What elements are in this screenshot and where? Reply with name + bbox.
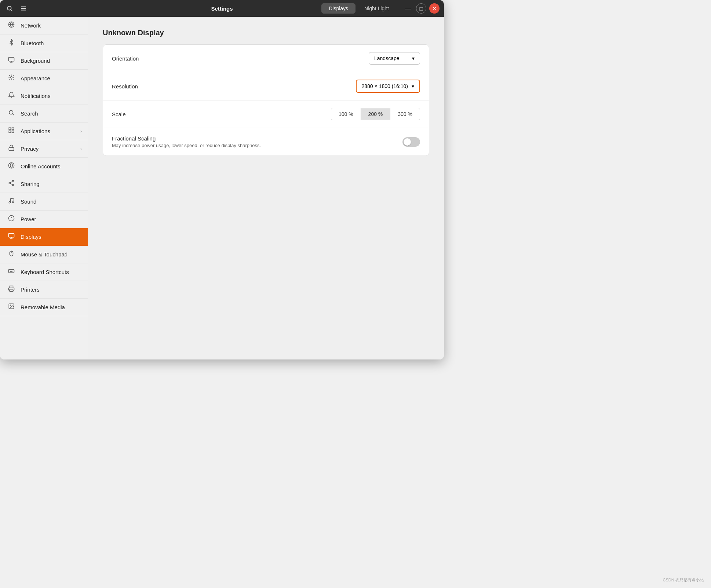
orientation-label: Orientation (112, 55, 139, 62)
orientation-value: Landscape (374, 55, 400, 61)
tab-displays[interactable]: Displays (321, 3, 356, 14)
sidebar-item-privacy[interactable]: Privacy › (0, 140, 88, 158)
sound-icon (7, 197, 15, 206)
power-icon (7, 215, 15, 223)
bluetooth-icon (7, 39, 15, 47)
fractional-scaling-text: Fractional Scaling May increase power us… (112, 135, 261, 148)
scale-100-button[interactable]: 100 % (331, 108, 361, 120)
svg-rect-16 (12, 131, 14, 133)
resolution-control: 2880 × 1800 (16:10) ▾ (356, 80, 420, 93)
sidebar-item-sound[interactable]: Sound (0, 193, 88, 211)
background-icon (7, 56, 15, 65)
removable-media-icon (7, 303, 15, 311)
svg-point-25 (12, 201, 14, 203)
svg-rect-14 (12, 128, 14, 129)
sidebar-item-appearance[interactable]: Appearance (0, 70, 88, 87)
svg-rect-33 (9, 270, 14, 273)
window-controls: — □ ✕ (403, 3, 440, 14)
appearance-icon (7, 74, 15, 83)
scale-200-button[interactable]: 200 % (361, 108, 391, 120)
maximize-button[interactable]: □ (416, 3, 426, 14)
sidebar-label-background: Background (21, 58, 50, 64)
sidebar-label-applications: Applications (21, 128, 50, 134)
minimize-button[interactable]: — (403, 3, 413, 14)
sidebar-label-appearance: Appearance (21, 75, 50, 81)
sharing-icon (7, 180, 15, 188)
svg-line-22 (10, 183, 12, 185)
sidebar-item-power[interactable]: Power (0, 211, 88, 228)
sidebar-item-printers[interactable]: Printers (0, 281, 88, 299)
sidebar-item-displays[interactable]: Displays (0, 228, 88, 246)
svg-point-24 (9, 201, 11, 203)
resolution-value: 2880 × 1800 (16:10) (362, 83, 408, 89)
fractional-scaling-toggle[interactable] (402, 137, 420, 147)
sidebar-label-removable-media: Removable Media (21, 304, 65, 310)
sidebar-item-removable-media[interactable]: Removable Media (0, 299, 88, 316)
svg-point-18 (9, 163, 14, 168)
svg-line-1 (11, 10, 12, 11)
svg-rect-17 (9, 147, 14, 150)
titlebar: Settings Displays Night Light — □ ✕ (0, 0, 444, 17)
resolution-chevron-icon: ▾ (412, 83, 414, 89)
displays-icon (7, 233, 15, 241)
svg-rect-39 (10, 289, 13, 292)
sidebar-label-search: Search (21, 110, 38, 117)
resolution-dropdown[interactable]: 2880 × 1800 (16:10) ▾ (356, 80, 420, 93)
svg-rect-28 (9, 233, 14, 237)
orientation-dropdown[interactable]: Landscape ▾ (369, 52, 420, 65)
sidebar-item-notifications[interactable]: Notifications (0, 87, 88, 105)
scale-row: Scale 100 % 200 % 300 % (103, 101, 429, 128)
orientation-row: Orientation Landscape ▾ (103, 45, 429, 72)
svg-point-20 (9, 182, 11, 184)
fractional-scaling-control (402, 137, 420, 147)
sidebar-item-keyboard-shortcuts[interactable]: Keyboard Shortcuts (0, 263, 88, 281)
sidebar-label-online-accounts: Online Accounts (21, 163, 60, 169)
scale-label: Scale (112, 111, 126, 117)
resolution-row: Resolution 2880 × 1800 (16:10) ▾ (103, 72, 429, 101)
sidebar-item-background[interactable]: Background (0, 52, 88, 70)
fractional-scaling-label: Fractional Scaling (112, 135, 261, 142)
svg-rect-13 (9, 128, 11, 129)
tab-night-light[interactable]: Night Light (357, 3, 396, 14)
orientation-chevron-icon: ▾ (412, 55, 415, 61)
sidebar-item-mouse-touchpad[interactable]: Mouse & Touchpad (0, 246, 88, 263)
sidebar-label-printers: Printers (21, 286, 40, 293)
sidebar-label-displays: Displays (21, 234, 41, 240)
sidebar-item-sharing[interactable]: Sharing (0, 175, 88, 193)
privacy-icon (7, 145, 15, 153)
sidebar-item-network[interactable]: Network (0, 17, 88, 34)
keyboard-icon (7, 268, 15, 276)
svg-rect-15 (9, 131, 11, 133)
sidebar-label-mouse-touchpad: Mouse & Touchpad (21, 251, 68, 258)
fractional-scaling-row: Fractional Scaling May increase power us… (103, 128, 429, 156)
sidebar-item-bluetooth[interactable]: Bluetooth (0, 34, 88, 52)
search-button[interactable] (3, 2, 16, 15)
chevron-applications-icon: › (80, 129, 82, 134)
settings-card: Orientation Landscape ▾ Resolution 2880 … (103, 44, 429, 156)
menu-button[interactable] (18, 3, 29, 14)
network-icon (7, 21, 15, 30)
titlebar-tabs: Displays Night Light (321, 3, 396, 14)
sidebar-label-privacy: Privacy (21, 146, 39, 152)
svg-point-19 (12, 180, 14, 182)
window-title: Settings (211, 6, 233, 12)
resolution-label: Resolution (112, 83, 138, 90)
mouse-icon (7, 250, 15, 259)
search-icon (7, 109, 15, 118)
sidebar: Network Bluetooth Background Appearance … (0, 17, 88, 359)
svg-line-12 (12, 114, 14, 115)
sidebar-item-applications[interactable]: Applications › (0, 123, 88, 140)
sidebar-item-online-accounts[interactable]: Online Accounts (0, 158, 88, 175)
close-button[interactable]: ✕ (429, 3, 440, 14)
printers-icon (7, 285, 15, 294)
scale-control: 100 % 200 % 300 % (331, 108, 420, 120)
display-title: Unknown Display (103, 29, 429, 37)
svg-point-41 (10, 305, 11, 306)
sidebar-label-notifications: Notifications (21, 93, 51, 99)
sidebar-item-search[interactable]: Search (0, 105, 88, 123)
svg-line-23 (10, 182, 12, 183)
sidebar-label-sharing: Sharing (21, 181, 40, 187)
scale-300-button[interactable]: 300 % (390, 108, 420, 120)
applications-icon (7, 127, 15, 135)
sidebar-label-bluetooth: Bluetooth (21, 40, 44, 46)
